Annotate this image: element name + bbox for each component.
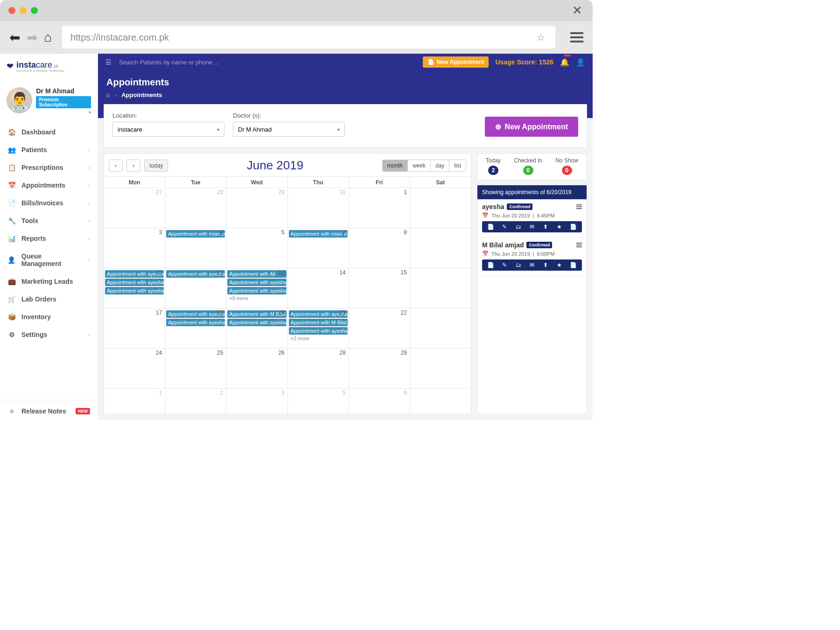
calendar-event[interactable]: Appointment with ayesha (105, 279, 164, 286)
sidebar-item-release-notes[interactable]: ≡ Release Notes NEW (0, 402, 98, 420)
sidebar-item-marketing-leads[interactable]: 💼Marketing Leads (0, 273, 98, 290)
calendar-day[interactable]: 19Appointment with M Bilal amjadAppointm… (226, 308, 287, 349)
calendar-day[interactable]: 8 (349, 228, 410, 268)
calendar-event[interactable]: Appointment with ayesha (227, 279, 286, 286)
calendar-day[interactable]: 27 (104, 188, 165, 228)
file-icon[interactable]: 📄 (487, 224, 495, 230)
sidebar-item-dashboard[interactable]: 🏠Dashboard (0, 123, 98, 141)
calendar-day[interactable]: 5 (226, 228, 287, 268)
window-maximize[interactable] (31, 7, 38, 14)
more-events-link[interactable]: +2 more (289, 335, 348, 342)
sidebar-item-settings[interactable]: ⚙Settings› (0, 326, 98, 343)
calendar-day[interactable]: 26 (226, 349, 287, 389)
mail-icon[interactable]: ✉ (528, 262, 536, 268)
calendar-day[interactable]: 3 (104, 228, 165, 268)
calendar-day[interactable]: 31 (288, 188, 349, 228)
bell-icon[interactable]: 🔔 (560, 58, 569, 67)
browser-menu-icon[interactable] (570, 32, 583, 42)
new-appointment-button[interactable]: ⊕New Appointment (485, 117, 578, 137)
calendar-event[interactable]: Appointment with ayesha (166, 270, 225, 278)
sidebar-item-tools[interactable]: 🔧Tools› (0, 212, 98, 230)
profile-block[interactable]: 👨‍⚕️ Dr M Ahmad Premium Subscription ▾ (0, 76, 98, 123)
calendar-day[interactable]: 22 (349, 308, 410, 349)
card-icon[interactable]: 🗂 (514, 224, 523, 230)
calendar-event[interactable]: Appointment with ayesha (227, 287, 286, 294)
appointment-menu-icon[interactable] (576, 243, 582, 247)
calendar-event[interactable]: Appointment with mian zubair (166, 230, 225, 238)
window-close[interactable] (8, 7, 15, 14)
calendar-day[interactable]: 29 (226, 188, 287, 228)
new-appointment-button-top[interactable]: 📄New Appointment (423, 56, 489, 68)
calendar-day[interactable]: 14 (288, 268, 349, 308)
upload-icon[interactable]: ⬆ (541, 224, 550, 230)
calendar-day[interactable]: 6 (349, 389, 410, 414)
edit-icon[interactable]: ✎ (500, 224, 509, 230)
calendar-day[interactable]: 5 (288, 389, 349, 414)
calendar-day[interactable]: 11Appointment with ayesha (165, 268, 226, 308)
calendar-event[interactable]: Appointment with M Bilal amjad (227, 310, 286, 318)
nav-home-icon[interactable]: ⌂ (44, 30, 52, 45)
calendar-day[interactable]: 15 (349, 268, 410, 308)
calendar-day[interactable]: 10Appointment with ayeshaAppointment wit… (104, 268, 165, 308)
sidebar-toggle-icon[interactable]: ☰ (105, 58, 112, 66)
calendar-event[interactable]: Appointment with ayesha (289, 327, 348, 335)
calendar-event[interactable]: Appointment with ayesha (105, 287, 164, 294)
calendar-day[interactable] (410, 188, 471, 228)
file-icon[interactable]: 📄 (487, 262, 495, 268)
calendar-day[interactable]: 18Appointment with ayeshaAppointment wit… (165, 308, 226, 349)
sidebar-item-reports[interactable]: 📊Reports› (0, 230, 98, 247)
app-logo[interactable]: ❤ instacare.pk Accessible & Reliable Hea… (0, 54, 98, 76)
bookmark-star-icon[interactable]: ☆ (537, 32, 545, 43)
calendar-day[interactable] (410, 349, 471, 389)
page-icon[interactable]: 📄 (569, 224, 577, 230)
calendar-day[interactable]: 28 (288, 349, 349, 389)
calendar-view-list[interactable]: list (449, 160, 466, 172)
sidebar-item-prescriptions[interactable]: 📋Prescriptions› (0, 159, 98, 176)
calendar-day[interactable]: 1 (349, 188, 410, 228)
star-icon[interactable]: ★ (555, 224, 564, 230)
calendar-day[interactable]: 3 (226, 389, 287, 414)
calendar-day[interactable]: 7Appointment with mian zubair (288, 228, 349, 268)
calendar-day[interactable]: 2 (165, 389, 226, 414)
calendar-day[interactable]: 29 (349, 349, 410, 389)
upload-icon[interactable]: ⬆ (541, 262, 550, 268)
calendar-day[interactable]: 21Appointment with ayeshaAppointment wit… (288, 308, 349, 349)
calendar-event[interactable]: Appointment with M Bilal amjad (289, 319, 348, 326)
calendar-day[interactable]: 28 (165, 188, 226, 228)
calendar-day[interactable] (410, 268, 471, 308)
sidebar-item-lab-orders[interactable]: 🛒Lab Orders (0, 290, 98, 308)
appointment-menu-icon[interactable] (576, 204, 582, 209)
sidebar-item-bills-invoices[interactable]: 📄Bills/Invoices› (0, 194, 98, 212)
calendar-view-day[interactable]: day (430, 160, 449, 172)
calendar-next-button[interactable]: › (126, 160, 140, 172)
doctor-select[interactable]: Dr M Ahmad▾ (233, 122, 345, 137)
calendar-view-month[interactable]: month (382, 160, 408, 172)
close-icon[interactable]: ✕ (572, 3, 582, 18)
star-icon[interactable]: ★ (555, 262, 564, 268)
sidebar-item-patients[interactable]: 👥Patients› (0, 141, 98, 159)
calendar-day[interactable] (410, 389, 471, 414)
url-bar[interactable]: https://instacare.com.pk ☆ (62, 26, 555, 49)
page-icon[interactable]: 📄 (569, 262, 577, 268)
patient-search-input[interactable] (119, 59, 250, 66)
window-minimize[interactable] (20, 7, 27, 14)
calendar-event[interactable]: Appointment with ayesha (166, 319, 225, 326)
user-icon[interactable]: 👤 (576, 58, 585, 67)
calendar-day[interactable] (410, 308, 471, 349)
calendar-day[interactable]: 17 (104, 308, 165, 349)
sidebar-item-inventory[interactable]: 📦Inventory (0, 308, 98, 326)
calendar-view-week[interactable]: week (407, 160, 431, 172)
today-button[interactable]: today (144, 160, 168, 172)
nav-back-icon[interactable]: ⬅ (9, 30, 20, 45)
calendar-day[interactable]: 1 (104, 389, 165, 414)
more-events-link[interactable]: +8 more (227, 294, 286, 302)
calendar-day[interactable]: 12Appointment with AliAppointment with a… (226, 268, 287, 308)
calendar-day[interactable]: 24 (104, 349, 165, 389)
calendar-prev-button[interactable]: ‹ (109, 160, 123, 172)
calendar-day[interactable]: 25 (165, 349, 226, 389)
calendar-day[interactable] (410, 228, 471, 268)
card-icon[interactable]: 🗂 (514, 262, 523, 268)
calendar-event[interactable]: Appointment with ayesha (227, 319, 286, 326)
calendar-event[interactable]: Appointment with Ali (227, 270, 286, 278)
edit-icon[interactable]: ✎ (500, 262, 509, 268)
